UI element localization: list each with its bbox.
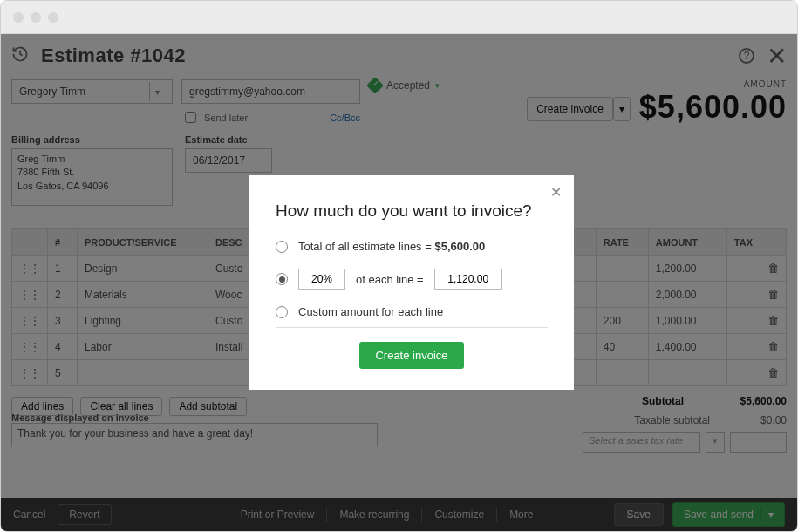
- radio-icon: [276, 241, 288, 253]
- option-total[interactable]: Total of all estimate lines = $5,600.00: [276, 240, 548, 253]
- close-icon[interactable]: ✕: [550, 184, 562, 201]
- radio-icon: [276, 306, 288, 318]
- percent-result-input[interactable]: [434, 269, 502, 290]
- window-chrome: [1, 1, 797, 34]
- invoice-amount-modal: ✕ How much do you want to invoice? Total…: [249, 175, 574, 390]
- radio-icon: [276, 273, 288, 285]
- option-custom[interactable]: Custom amount for each line: [276, 305, 548, 318]
- modal-title: How much do you want to invoice?: [276, 201, 548, 221]
- percent-input[interactable]: [298, 269, 345, 290]
- divider: [276, 327, 548, 328]
- create-invoice-button[interactable]: Create invoice: [359, 342, 463, 369]
- option-percent[interactable]: of each line =: [276, 269, 548, 290]
